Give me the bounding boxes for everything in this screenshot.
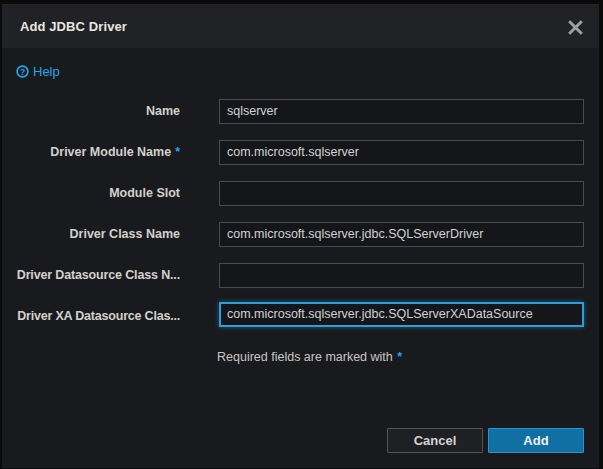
svg-text:?: ? — [20, 67, 25, 77]
